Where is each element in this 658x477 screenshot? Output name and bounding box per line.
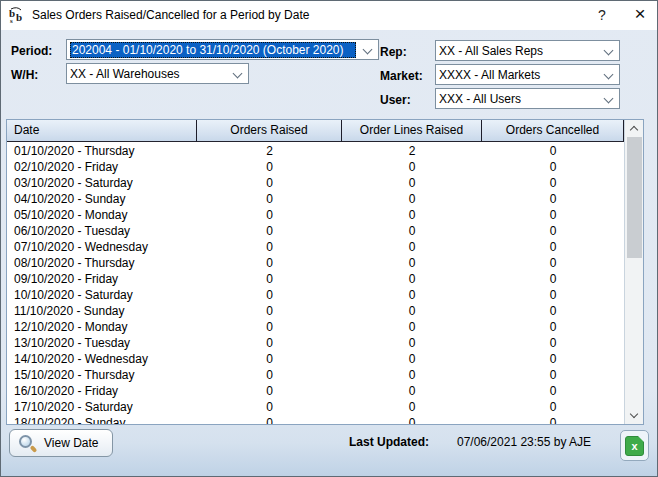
table-row[interactable]: 04/10/2020 - Sunday 0 0 0 [7,191,624,207]
table-row[interactable]: 16/10/2020 - Friday 0 0 0 [7,383,624,399]
row-date: 18/10/2020 - Sunday [7,415,197,424]
table-row[interactable]: 17/10/2020 - Saturday 0 0 0 [7,399,624,415]
column-header-orders-cancelled[interactable]: Orders Cancelled [482,120,624,142]
table-row[interactable]: 01/10/2020 - Thursday 2 2 0 [7,143,624,159]
window-titlebar: b b s Sales Orders Raised/Cancelled for … [1,1,657,30]
row-order-lines-raised: 0 [342,383,482,399]
row-order-lines-raised: 0 [342,223,482,239]
row-order-lines-raised: 0 [342,287,482,303]
row-order-lines-raised: 0 [342,303,482,319]
row-orders-cancelled: 0 [482,399,624,415]
scroll-up-button[interactable] [625,120,644,137]
table-row[interactable]: 09/10/2020 - Friday 0 0 0 [7,271,624,287]
excel-export-button[interactable]: x [620,430,649,461]
row-order-lines-raised: 0 [342,207,482,223]
table-row[interactable]: 15/10/2020 - Thursday 0 0 0 [7,367,624,383]
table-row[interactable]: 05/10/2020 - Monday 0 0 0 [7,207,624,223]
row-order-lines-raised: 0 [342,159,482,175]
row-orders-raised: 0 [197,367,342,383]
warehouse-select[interactable]: XX - All Warehouses [66,63,249,84]
scroll-down-button[interactable] [625,407,644,424]
app-logo-icon: b b s [8,6,26,24]
period-label: Period: [11,44,52,58]
row-date: 16/10/2020 - Friday [7,383,197,399]
table-row[interactable]: 03/10/2020 - Saturday 0 0 0 [7,175,624,191]
close-button[interactable]: × [625,1,655,29]
table-row[interactable]: 18/10/2020 - Sunday 0 0 0 [7,415,624,424]
svg-text:s: s [10,17,13,24]
table-row[interactable]: 08/10/2020 - Thursday 0 0 0 [7,255,624,271]
row-order-lines-raised: 0 [342,239,482,255]
row-date: 13/10/2020 - Tuesday [7,335,197,351]
window-title: Sales Orders Raised/Cancelled for a Peri… [32,8,309,22]
market-label: Market: [380,69,423,83]
row-order-lines-raised: 0 [342,335,482,351]
row-orders-cancelled: 0 [482,255,624,271]
last-updated-value: 07/06/2021 23:55 by AJE [457,435,591,449]
row-orders-raised: 0 [197,239,342,255]
table-body: 01/10/2020 - Thursday 2 2 0 02/10/2020 -… [7,143,624,424]
row-orders-cancelled: 0 [482,335,624,351]
chevron-down-icon [604,70,614,80]
chevron-down-icon [363,45,373,55]
row-orders-cancelled: 0 [482,143,624,159]
row-date: 06/10/2020 - Tuesday [7,223,197,239]
row-order-lines-raised: 0 [342,415,482,424]
market-select[interactable]: XXXX - All Markets [435,64,620,85]
view-date-label: View Date [44,436,98,450]
rep-value: XX - All Sales Reps [439,43,597,59]
table-row[interactable]: 07/10/2020 - Wednesday 0 0 0 [7,239,624,255]
row-orders-cancelled: 0 [482,303,624,319]
table-row[interactable]: 02/10/2020 - Friday 0 0 0 [7,159,624,175]
vertical-scrollbar[interactable] [624,120,643,424]
column-header-orders-raised[interactable]: Orders Raised [197,120,342,142]
orders-table: Date Orders Raised Order Lines Raised Or… [6,119,644,425]
user-label: User: [380,93,411,107]
table-row[interactable]: 10/10/2020 - Saturday 0 0 0 [7,287,624,303]
row-order-lines-raised: 0 [342,399,482,415]
row-orders-cancelled: 0 [482,383,624,399]
row-orders-raised: 0 [197,175,342,191]
row-orders-raised: 0 [197,255,342,271]
scrollbar-thumb[interactable] [627,137,642,258]
rep-select[interactable]: XX - All Sales Reps [435,40,620,61]
row-date: 15/10/2020 - Thursday [7,367,197,383]
row-orders-cancelled: 0 [482,207,624,223]
column-header-date[interactable]: Date [7,120,197,142]
view-date-button[interactable]: View Date [9,429,113,457]
chevron-down-icon [604,94,614,104]
table-row[interactable]: 14/10/2020 - Wednesday 0 0 0 [7,351,624,367]
warehouse-value: XX - All Warehouses [70,66,226,82]
user-select[interactable]: XXX - All Users [435,88,620,109]
row-date: 02/10/2020 - Friday [7,159,197,175]
row-order-lines-raised: 0 [342,271,482,287]
row-orders-raised: 0 [197,271,342,287]
period-select[interactable]: 202004 - 01/10/2020 to 31/10/2020 (Octob… [66,39,379,60]
row-order-lines-raised: 0 [342,255,482,271]
help-button[interactable]: ? [589,1,615,29]
row-order-lines-raised: 2 [342,143,482,159]
column-header-order-lines-raised[interactable]: Order Lines Raised [342,120,482,142]
table-row[interactable]: 13/10/2020 - Tuesday 0 0 0 [7,335,624,351]
row-orders-raised: 0 [197,207,342,223]
row-date: 17/10/2020 - Saturday [7,399,197,415]
row-orders-cancelled: 0 [482,223,624,239]
row-order-lines-raised: 0 [342,191,482,207]
dialog-window: b b s Sales Orders Raised/Cancelled for … [0,0,658,477]
excel-icon: x [625,436,644,456]
row-date: 12/10/2020 - Monday [7,319,197,335]
row-order-lines-raised: 0 [342,367,482,383]
table-header: Date Orders Raised Order Lines Raised Or… [7,120,624,142]
table-row[interactable]: 11/10/2020 - Sunday 0 0 0 [7,303,624,319]
table-row[interactable]: 12/10/2020 - Monday 0 0 0 [7,319,624,335]
market-value: XXXX - All Markets [439,67,597,83]
row-orders-cancelled: 0 [482,367,624,383]
row-orders-cancelled: 0 [482,191,624,207]
table-row[interactable]: 06/10/2020 - Tuesday 0 0 0 [7,223,624,239]
row-orders-cancelled: 0 [482,287,624,303]
row-orders-cancelled: 0 [482,351,624,367]
row-orders-cancelled: 0 [482,239,624,255]
row-orders-raised: 0 [197,351,342,367]
chevron-down-icon [630,410,638,418]
row-date: 09/10/2020 - Friday [7,271,197,287]
